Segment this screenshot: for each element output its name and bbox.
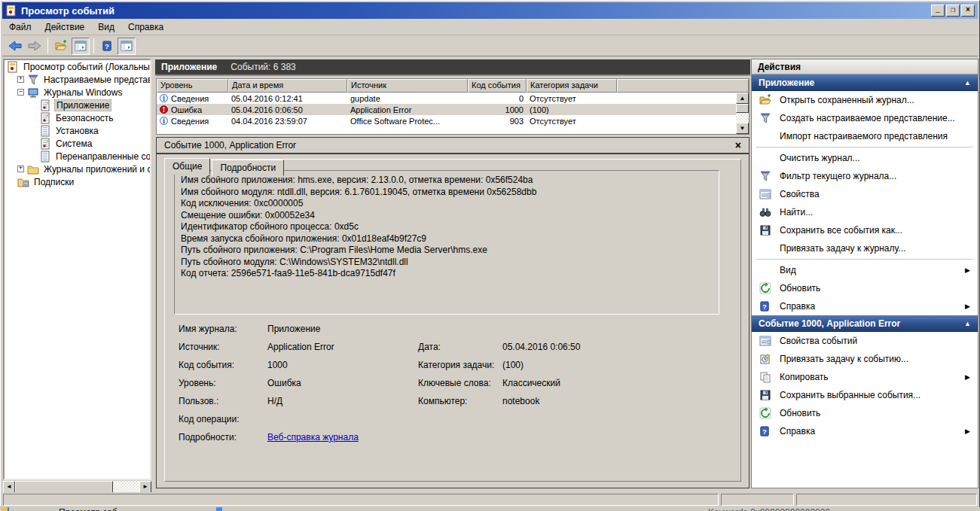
menu-help[interactable]: Справка (121, 20, 170, 34)
event-description[interactable]: Имя сбойного приложения: hms.exe, версия… (174, 170, 719, 315)
column-level[interactable]: Уровень (157, 79, 228, 93)
field-label: Код операции: (179, 414, 267, 424)
column-task-category[interactable]: Категория задачи (527, 79, 617, 93)
minimize-button[interactable]: _ (931, 5, 945, 17)
tree-item-setup[interactable]: Установка (5, 124, 150, 137)
field-label: Источник: (179, 342, 267, 352)
menu-action[interactable]: Действие (38, 20, 92, 34)
action-attach-task-to-event[interactable]: Привязать задачу к событию... (752, 350, 978, 368)
tree-item-windows-logs[interactable]: − Журналы Windows (5, 86, 150, 99)
action-view[interactable]: Вид ▶ (752, 261, 978, 279)
custom-views-folder-icon (27, 74, 39, 86)
scroll-down-arrow-icon[interactable]: ▼ (736, 123, 749, 134)
collapse-icon[interactable]: − (17, 89, 24, 96)
event-log-online-help-link[interactable]: Веб-справка журнала (267, 432, 418, 443)
action-help[interactable]: Справка ▶ (752, 297, 978, 315)
background-keywords-text: Keywords 0x80000000000000 (708, 507, 830, 511)
preview-header: Событие 1000, Application Error × (157, 138, 749, 154)
show-console-tree-button[interactable] (72, 38, 90, 55)
action-create-custom-view[interactable]: Создать настраиваемое представление... (752, 109, 978, 127)
expand-icon[interactable]: + (17, 166, 24, 172)
action-help-event[interactable]: Справка ▶ (752, 422, 978, 440)
action-open-saved-log[interactable]: Открыть сохраненный журнал... (752, 91, 978, 109)
status-panel (796, 494, 977, 506)
help-button[interactable] (98, 38, 116, 55)
action-import-custom-view[interactable]: Импорт настраиваемого представления (752, 127, 978, 145)
field-label: Подробности: (179, 432, 267, 443)
action-refresh-event[interactable]: Обновить (752, 404, 978, 422)
binoculars-icon (759, 206, 771, 218)
column-event-id[interactable]: Код события (468, 79, 527, 93)
menu-view[interactable]: Вид (91, 20, 121, 34)
field-value: (100) (502, 360, 725, 370)
action-properties[interactable]: Свойства (752, 185, 978, 203)
log-header: Приложение Событий: 6 383 (155, 59, 750, 76)
forward-button[interactable] (26, 38, 44, 55)
action-attach-task-to-log[interactable]: Привязать задачу к журналу... (752, 239, 978, 257)
scroll-up-arrow-icon[interactable]: ▲ (736, 93, 749, 104)
tree-item-forwarded-events[interactable]: Перенаправленные событ (5, 150, 150, 163)
collapse-section-icon[interactable]: ▲ (964, 320, 971, 327)
close-button[interactable]: × (961, 5, 975, 17)
event-viewer-icon (7, 61, 19, 73)
actions-section-application[interactable]: Приложение ▲ (752, 75, 978, 91)
table-row[interactable]: iСведения 05.04.2016 0:12:41 gupdate 0 О… (157, 93, 749, 104)
field-value: 1000 (267, 360, 418, 370)
close-preview-icon[interactable]: × (735, 140, 741, 151)
menu-file[interactable]: Файл (2, 20, 38, 34)
submenu-arrow-icon: ▶ (965, 266, 970, 274)
tab-panel-general: Имя сбойного приложения: hms.exe, версия… (164, 159, 741, 482)
tab-details[interactable]: Подробности (212, 160, 284, 176)
scrollbar-thumb[interactable] (15, 481, 113, 493)
action-save-selected-events[interactable]: Сохранить выбранные события... (752, 386, 978, 404)
tab-general[interactable]: Общие (164, 158, 210, 175)
tree-item-subscriptions[interactable]: Подписки (5, 175, 150, 188)
event-log-icon (39, 99, 51, 111)
action-refresh[interactable]: Обновить (752, 279, 978, 297)
field-label: Имя журнала: (179, 324, 267, 334)
action-event-properties[interactable]: Свойства событий (752, 332, 978, 350)
field-label: Компьютер: (418, 396, 502, 406)
open-folder-icon (55, 40, 67, 52)
show-action-pane-button[interactable] (118, 38, 136, 55)
plain-log-icon (39, 151, 51, 163)
column-source[interactable]: Источник (347, 79, 468, 93)
table-row-selected[interactable]: !Ошибка 05.04.2016 0:06:50 Application E… (157, 104, 749, 115)
back-button[interactable] (6, 38, 24, 55)
open-saved-log-button[interactable] (52, 38, 70, 55)
tree-item-system[interactable]: Система (5, 137, 150, 150)
help-icon (102, 41, 112, 51)
action-filter-current-log[interactable]: Фильтр текущего журнала... (752, 167, 978, 185)
tree-item-app-service-logs[interactable]: + Журналы приложений и служ (5, 163, 150, 175)
action-find[interactable]: Найти... (752, 203, 978, 221)
tree-item-custom-views[interactable]: + Настраиваемые представлени (5, 73, 150, 86)
tree-item-application[interactable]: Приложение (5, 99, 150, 111)
tree-horizontal-scrollbar[interactable]: ◄ ► (3, 481, 151, 493)
table-row[interactable]: iСведения 04.04.2016 23:59:07 Office Sof… (157, 115, 749, 126)
action-copy[interactable]: Копировать ▶ (752, 368, 978, 386)
info-icon: i (160, 94, 168, 102)
scroll-right-arrow-icon[interactable]: ► (139, 481, 151, 493)
tree-item-security[interactable]: Безопасность (5, 111, 150, 124)
preview-title: Событие 1000, Application Error (164, 140, 296, 151)
action-save-all-events-as[interactable]: Сохранить все события как... (752, 221, 978, 239)
event-fields: Имя журнала: Приложение Источник: Applic… (179, 324, 725, 443)
back-arrow-icon (8, 40, 23, 52)
refresh-icon (759, 282, 771, 294)
column-datetime[interactable]: Дата и время (228, 79, 347, 93)
action-clear-log[interactable]: Очистить журнал... (752, 149, 978, 167)
expand-icon[interactable]: + (17, 76, 24, 83)
maximize-button[interactable]: ❐ (946, 5, 960, 17)
scroll-left-arrow-icon[interactable]: ◄ (3, 481, 15, 493)
event-preview-pane: Событие 1000, Application Error × Общие … (156, 137, 750, 488)
actions-section-event[interactable]: Событие 1000, Application Error ▲ (752, 315, 978, 332)
console-tree: Просмотр событий (Локальный) + Настраива… (3, 59, 151, 480)
event-list-vertical-scrollbar[interactable]: ▲ ▼ (736, 93, 749, 134)
collapse-section-icon[interactable]: ▲ (964, 79, 971, 87)
preview-tabs: Общие Подробности (164, 160, 749, 176)
submenu-arrow-icon: ▶ (965, 373, 970, 381)
event-log-icon (39, 138, 51, 150)
tree-item-root[interactable]: Просмотр событий (Локальный) (5, 60, 150, 73)
field-value: Классический (502, 378, 725, 388)
scrollbar-thumb[interactable] (736, 104, 749, 113)
